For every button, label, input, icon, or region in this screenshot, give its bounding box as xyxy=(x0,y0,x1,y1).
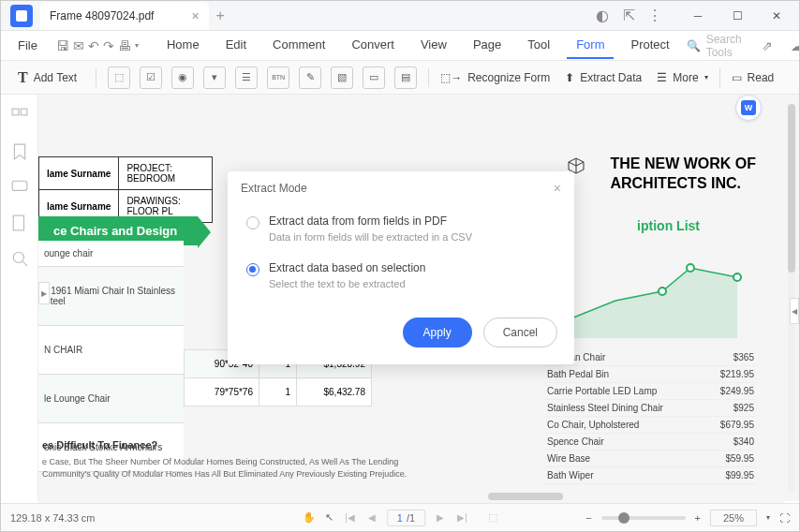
share-icon[interactable]: ⇱ xyxy=(619,7,638,25)
zoom-out-icon[interactable]: − xyxy=(585,512,591,524)
form-field-date[interactable]: ▭ xyxy=(363,66,385,89)
attachments-icon[interactable] xyxy=(11,214,28,231)
company-title: THE NEW WORK OF ARCHITECTS INC. xyxy=(610,155,756,194)
apply-button[interactable]: Apply xyxy=(403,318,472,347)
hand-tool-icon[interactable]: ✋ xyxy=(303,511,316,524)
search-tools[interactable]: 🔍 Search Tools xyxy=(687,33,742,59)
tab-edit[interactable]: Edit xyxy=(216,32,256,59)
svg-point-4 xyxy=(13,252,23,262)
search-panel-icon[interactable] xyxy=(11,250,28,267)
zoom-in-icon[interactable]: + xyxy=(695,512,701,524)
redo-icon[interactable]: ↷ xyxy=(103,36,114,56)
zoom-percent[interactable]: 25% xyxy=(710,510,757,526)
form-field-button[interactable]: BTN xyxy=(267,66,289,89)
word-export-badge[interactable]: W xyxy=(735,95,762,121)
page-indicator[interactable]: 1 /1 xyxy=(387,510,425,526)
first-page-icon[interactable]: |◀ xyxy=(343,512,357,523)
scrollbar-thumb[interactable] xyxy=(788,104,795,273)
thumbnails-icon[interactable] xyxy=(11,108,28,125)
horizontal-scrollbar[interactable] xyxy=(38,490,784,503)
last-page-icon[interactable]: ▶| xyxy=(455,512,469,523)
pro-badge-icon[interactable]: ◐ xyxy=(593,7,612,25)
cancel-button[interactable]: Cancel xyxy=(483,318,557,347)
form-field-radio[interactable]: ◉ xyxy=(171,66,194,89)
form-field-image[interactable]: ▧ xyxy=(331,66,353,89)
bookmarks-icon[interactable] xyxy=(11,143,28,160)
undo-icon[interactable]: ↶ xyxy=(88,36,99,56)
price-row: Co Chair, Upholstered$679.95 xyxy=(545,417,756,434)
list-item: ounge chair xyxy=(38,241,184,267)
svg-rect-3 xyxy=(13,215,23,230)
minimize-button[interactable]: ─ xyxy=(679,3,717,29)
select-tool-icon[interactable]: ↖ xyxy=(325,511,333,524)
form-field-textbox[interactable]: ⬚ xyxy=(108,66,130,89)
tab-form[interactable]: Form xyxy=(567,32,614,59)
svg-rect-0 xyxy=(12,109,19,115)
option-form-fields[interactable]: Extract data from form fields in PDF Dat… xyxy=(246,209,556,248)
tab-page[interactable]: Page xyxy=(464,32,511,59)
kebab-menu-icon[interactable]: ⋮ xyxy=(645,7,664,25)
fit-width-icon[interactable]: ⬚ xyxy=(488,511,497,524)
menubar: File 🖫 ✉ ↶ ↷ 🖶 ▾ Home Edit Comment Conve… xyxy=(1,31,799,61)
svg-line-5 xyxy=(22,261,27,266)
svg-rect-2 xyxy=(12,181,27,190)
expand-right-icon[interactable]: ◀ xyxy=(790,298,799,324)
left-sidebar xyxy=(1,95,38,501)
tab-convert[interactable]: Convert xyxy=(342,32,404,59)
form-field-barcode[interactable]: ▤ xyxy=(394,66,417,89)
extract-mode-dialog: Extract Mode × Extract data from form fi… xyxy=(228,171,574,364)
mail-icon[interactable]: ✉ xyxy=(73,36,84,56)
form-field-signature[interactable]: ✎ xyxy=(299,66,321,89)
price-row: Carrie Portable LED Lamp$249.95 xyxy=(545,383,756,400)
statusbar: 129.18 x 74.33 cm ✋ ↖ |◀ ◀ 1 /1 ▶ ▶| ⬚ −… xyxy=(1,503,799,531)
article-paragraph: e Case, But The Sheer Number Of Modular … xyxy=(42,456,445,480)
next-page-icon[interactable]: ▶ xyxy=(435,512,446,523)
hamburger-icon: ☰ xyxy=(657,71,667,84)
tab-title: Frame 48097024.pdf xyxy=(50,9,154,22)
comments-icon[interactable] xyxy=(11,179,28,196)
form-field-combo[interactable]: ▾ xyxy=(203,66,226,89)
form-field-checkbox[interactable]: ☑ xyxy=(140,66,162,89)
option-selection[interactable]: Extract data based on selection Select t… xyxy=(246,256,556,295)
print-icon[interactable]: 🖶 xyxy=(118,36,131,56)
save-icon[interactable]: 🖫 xyxy=(56,36,69,56)
zoom-dropdown-icon[interactable]: ▾ xyxy=(766,513,770,522)
radio-checked-icon[interactable] xyxy=(246,263,259,276)
radio-unchecked-icon[interactable] xyxy=(246,216,259,229)
price-row: Wire Base$59.95 xyxy=(545,451,756,467)
prev-page-icon[interactable]: ◀ xyxy=(366,512,378,523)
tab-tool[interactable]: Tool xyxy=(518,32,559,59)
recognize-form-button[interactable]: ⬚→ Recognize Form xyxy=(440,71,550,84)
cloud-icon[interactable]: ☁ xyxy=(787,36,800,56)
upload-icon: ⬆ xyxy=(565,71,574,84)
price-list: Herman Chair$365 Bath Pedal Bin$219.95 C… xyxy=(545,349,756,484)
more-button[interactable]: ☰ More ▾ xyxy=(657,71,707,84)
svg-point-8 xyxy=(733,273,741,281)
tab-comment[interactable]: Comment xyxy=(263,32,334,59)
svg-point-6 xyxy=(659,288,666,295)
fullscreen-icon[interactable]: ⛶ xyxy=(779,512,790,524)
chevron-down-icon[interactable]: ▾ xyxy=(135,36,139,56)
search-icon: 🔍 xyxy=(687,39,701,52)
close-dialog-icon[interactable]: × xyxy=(554,181,561,196)
close-tab-icon[interactable]: × xyxy=(191,8,199,23)
close-window-button[interactable]: ✕ xyxy=(758,3,795,29)
extract-data-button[interactable]: ⬆ Extract Data xyxy=(565,71,642,84)
article-heading: es Difficult To Finance? xyxy=(42,439,157,451)
expand-left-icon[interactable]: ▶ xyxy=(38,282,50,304)
tab-home[interactable]: Home xyxy=(157,32,209,59)
scrollbar-thumb[interactable] xyxy=(488,493,563,500)
form-field-list[interactable]: ☰ xyxy=(235,66,258,89)
add-text-tool[interactable]: T Add Text xyxy=(10,66,84,90)
tab-view[interactable]: View xyxy=(411,32,456,59)
open-external-icon[interactable]: ⇗ xyxy=(757,36,778,56)
document-tab[interactable]: Frame 48097024.pdf × xyxy=(40,2,209,30)
tab-protect[interactable]: Protect xyxy=(621,32,678,59)
banner-arrow-icon xyxy=(198,216,211,248)
add-tab-button[interactable]: + xyxy=(216,7,225,24)
maximize-button[interactable]: ☐ xyxy=(719,3,756,29)
titlebar: Frame 48097024.pdf × + ◐ ⇱ ⋮ ─ ☐ ✕ xyxy=(1,1,799,31)
file-menu[interactable]: File xyxy=(10,35,45,56)
read-mode-button[interactable]: ▭ Read xyxy=(732,71,775,84)
zoom-slider[interactable] xyxy=(601,516,686,520)
